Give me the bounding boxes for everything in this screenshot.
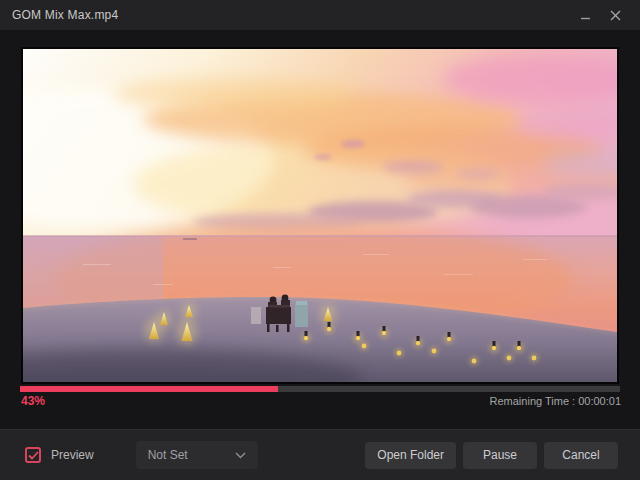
export-progress-window: GOM Mix Max.mp4: [0, 0, 640, 480]
preset-dropdown-value: Not Set: [148, 448, 235, 462]
check-icon: [28, 451, 39, 460]
minimize-button[interactable]: [578, 8, 592, 22]
footer-bar: Preview Not Set Open Folder Pause Cancel: [0, 429, 640, 480]
window-controls: [578, 8, 628, 22]
chevron-down-icon: [235, 452, 246, 459]
sunset-beach-scene: [23, 49, 617, 382]
preset-dropdown[interactable]: Not Set: [136, 441, 258, 469]
preview-checkbox-label: Preview: [51, 448, 94, 462]
minimize-icon: [580, 10, 591, 21]
export-progress-fill: [20, 386, 278, 392]
progress-percent-label: 43%: [21, 394, 45, 408]
export-progress-bar: [20, 386, 620, 392]
remaining-time-label: Remaining Time : 00:00:01: [490, 395, 621, 407]
window-title: GOM Mix Max.mp4: [12, 8, 118, 22]
cancel-button[interactable]: Cancel: [544, 442, 618, 469]
close-icon: [610, 10, 621, 21]
titlebar: GOM Mix Max.mp4: [0, 0, 640, 30]
footer-buttons: Open Folder Pause Cancel: [365, 442, 618, 469]
close-button[interactable]: [608, 8, 622, 22]
pause-button[interactable]: Pause: [463, 442, 537, 469]
open-folder-button[interactable]: Open Folder: [365, 442, 456, 469]
preview-checkbox[interactable]: [25, 447, 41, 463]
video-preview: [21, 47, 619, 384]
